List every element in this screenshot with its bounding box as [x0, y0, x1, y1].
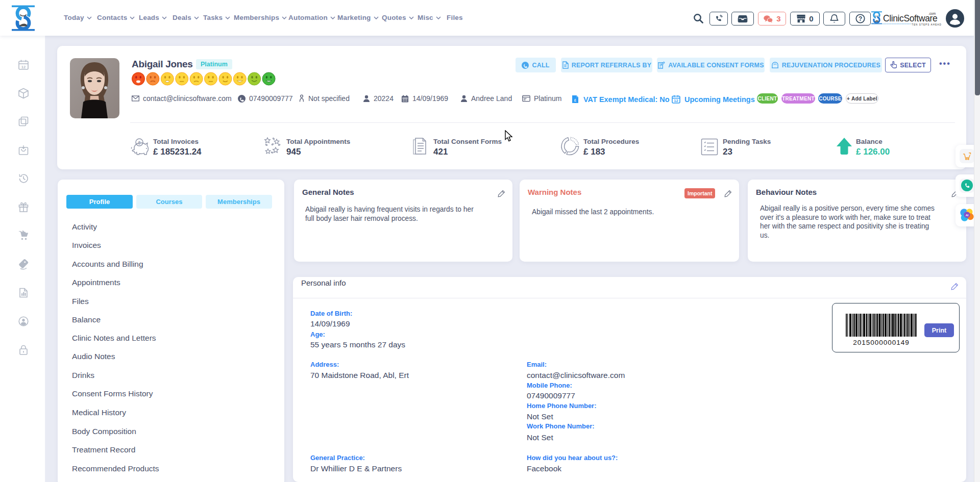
svg-text:12: 12 [21, 65, 26, 69]
svg-text:12: 12 [674, 98, 678, 103]
svg-text:AI: AI [966, 214, 969, 217]
svg-text:?: ? [858, 15, 862, 22]
svg-text:TEN STEPS AHEAD: TEN STEPS AHEAD [912, 23, 942, 26]
svg-text:.com: .com [928, 12, 936, 15]
svg-text:£: £ [574, 98, 576, 102]
